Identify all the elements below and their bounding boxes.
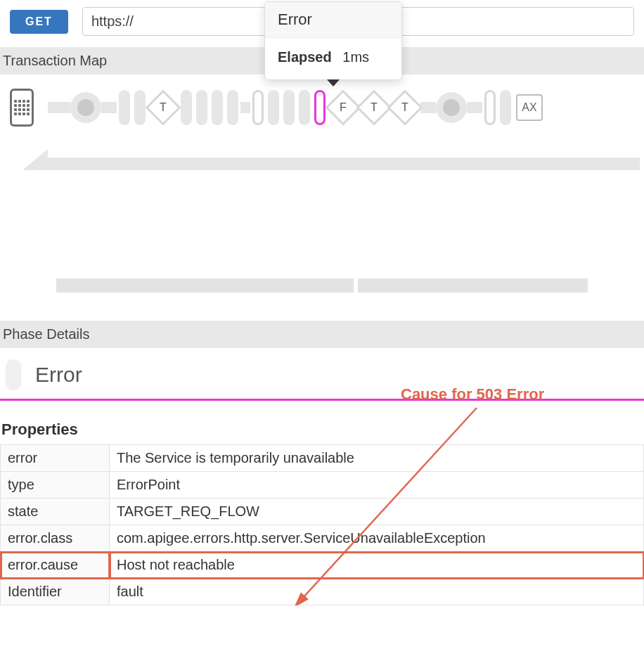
prop-key: error.class: [1, 525, 110, 552]
prop-key: error.cause: [1, 552, 110, 579]
flow-step[interactable]: [119, 90, 130, 125]
flow-step[interactable]: [299, 90, 310, 125]
phase-header: Error: [0, 348, 644, 401]
table-row: error The Service is temporarily unavail…: [1, 445, 644, 472]
table-row: Identifier fault: [1, 579, 644, 605]
diamond-label: T: [371, 101, 378, 114]
prop-key: state: [1, 499, 110, 525]
flow-step[interactable]: [196, 90, 207, 125]
prop-value: The Service is temporarily unavailable: [110, 445, 644, 472]
flow-step[interactable]: [227, 90, 238, 125]
table-row: type ErrorPoint: [1, 472, 644, 499]
flow-step[interactable]: [500, 90, 511, 125]
prop-key: Identifier: [1, 579, 110, 605]
prop-value: TARGET_REQ_FLOW: [110, 499, 644, 525]
flow-condition-node[interactable]: T: [387, 90, 423, 126]
phase-title: Error: [35, 363, 82, 387]
table-row: error.class com.apigee.errors.http.serve…: [1, 525, 644, 552]
flow-connector: [240, 102, 250, 113]
phase-details-header: Phase Details: [0, 321, 644, 348]
flow-connector: [101, 102, 117, 113]
flow-step[interactable]: [484, 90, 496, 125]
properties-table: error The Service is temporarily unavail…: [0, 444, 644, 605]
flow-step[interactable]: [212, 90, 223, 125]
flow-endpoint-node[interactable]: [436, 92, 467, 123]
table-row: state TARGET_REQ_FLOW: [1, 499, 644, 525]
flow-policy-chip[interactable]: AX: [516, 94, 543, 121]
timeline-segment: [56, 278, 354, 293]
timeline-segment: [358, 278, 588, 293]
prop-key: error: [1, 445, 110, 472]
client-device-icon: [10, 89, 34, 127]
diamond-label: F: [340, 101, 347, 114]
tooltip-caret-icon: [327, 79, 340, 86]
timeline-bar: [0, 278, 644, 293]
chip-label: AX: [522, 101, 536, 114]
prop-value: fault: [110, 579, 644, 605]
flow-step[interactable]: [134, 90, 146, 125]
tooltip-body: Elapsed 1ms: [265, 38, 401, 79]
flow-step[interactable]: [268, 90, 279, 125]
phase-icon: [6, 359, 21, 390]
http-method-button[interactable]: GET: [10, 10, 68, 34]
flow-condition-node[interactable]: T: [146, 90, 181, 126]
properties-title: Properties: [0, 401, 644, 444]
flow-connector: [48, 102, 70, 113]
flow-row: T F T T AX: [0, 89, 644, 127]
tooltip-elapsed-value: 1ms: [342, 49, 369, 65]
diamond-label: T: [160, 101, 167, 114]
flow-step[interactable]: [283, 90, 295, 125]
prop-value: com.apigee.errors.http.server.ServiceUna…: [110, 525, 644, 552]
flow-step[interactable]: [252, 90, 264, 125]
prop-value: ErrorPoint: [110, 472, 644, 499]
prop-value: Host not reachable: [110, 552, 644, 579]
return-arrow-icon: [10, 135, 640, 170]
tooltip-elapsed-label: Elapsed: [278, 49, 332, 65]
flow-step-selected[interactable]: [314, 90, 326, 125]
diamond-label: T: [401, 101, 408, 114]
table-row-highlighted: error.cause Host not reachable: [1, 552, 644, 579]
flow-step[interactable]: [181, 90, 192, 125]
transaction-map: T F T T AX: [0, 75, 644, 208]
prop-key: type: [1, 472, 110, 499]
flow-endpoint-node[interactable]: [70, 92, 101, 123]
error-tooltip: Error Elapsed 1ms: [264, 1, 402, 80]
tooltip-title: Error: [265, 2, 401, 38]
flow-connector: [467, 102, 482, 113]
